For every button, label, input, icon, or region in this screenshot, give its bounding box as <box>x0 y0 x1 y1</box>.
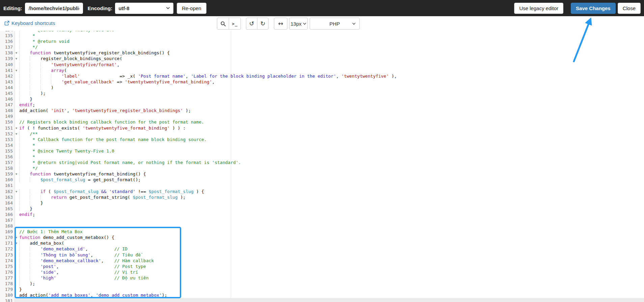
code-line[interactable]: if ( ! function_exists( 'twentytwentyfiv… <box>19 125 186 131</box>
line-number: 135 <box>0 33 13 38</box>
code-line[interactable]: * @return string|void Post format name, … <box>19 160 241 165</box>
code-token: if <box>19 126 25 131</box>
tab-indent <box>30 56 40 61</box>
code-token: function <box>30 50 51 55</box>
use-legacy-editor-button[interactable]: Use legacy editor <box>514 3 563 14</box>
fold-arrow-icon[interactable]: ▾ <box>16 56 19 61</box>
code-line[interactable]: ) <box>19 85 54 90</box>
code-line[interactable]: ); <box>19 281 35 286</box>
code-line[interactable]: 'high' // Độ ưu tiên <box>19 275 149 281</box>
tab-indent <box>40 62 51 67</box>
code-line[interactable]: register_block_bindings_source( <box>19 56 122 61</box>
fold-arrow-icon[interactable]: ▾ <box>16 189 19 194</box>
code-line[interactable]: */ <box>19 44 38 50</box>
code-line[interactable]: } <box>19 286 22 292</box>
code-line[interactable]: function demo_add_custom_metabox() { <box>19 235 114 240</box>
font-size-select[interactable]: 13px <box>289 18 308 30</box>
code-line[interactable]: 'demo_metabox_callback', // Hàm callback <box>19 258 154 264</box>
code-line[interactable]: ); <box>19 90 46 96</box>
code-line[interactable]: } <box>19 200 43 206</box>
line-number: 153 <box>0 137 13 142</box>
undo-button[interactable]: ↺ <box>246 18 257 30</box>
code-token: * Callback function for the post format … <box>30 137 206 142</box>
code-line[interactable]: endif; <box>19 102 35 108</box>
tab-indent <box>19 281 30 286</box>
code-token: * <box>30 33 35 38</box>
code-line[interactable]: */ <box>19 165 38 171</box>
code-token: 'twentytwentyfive_format_binding' <box>125 79 212 84</box>
tab-indent <box>19 195 30 200</box>
code-line[interactable]: * <box>19 142 35 148</box>
code-line[interactable]: 'post', // Post type <box>19 264 146 269</box>
code-line[interactable]: endif; <box>19 212 35 217</box>
code-line[interactable]: function twentytwentyfive_format_binding… <box>19 171 146 177</box>
fold-arrow-icon[interactable]: ▾ <box>16 67 19 73</box>
code-line[interactable]: * <box>19 33 35 38</box>
keyboard-shortcuts-link[interactable]: Keyboard shortcuts <box>4 20 55 26</box>
code-line[interactable]: $post_format_slug = get_post_format(); <box>19 177 141 183</box>
code-line[interactable]: 'get_value_callback' => 'twentytwentyfiv… <box>19 79 215 85</box>
code-token: } <box>30 206 32 211</box>
encoding-select[interactable]: utf-8 <box>115 3 173 14</box>
code-line[interactable]: 'label' => _x( 'Post format name', 'Labe… <box>19 73 397 79</box>
code-line[interactable]: // Registers block binding callback func… <box>19 119 204 125</box>
close-button[interactable]: Close <box>618 3 641 14</box>
code-lines[interactable]: * @since Twenty Twenty-Five 1.0 * * @ret… <box>19 31 644 302</box>
code-line[interactable]: * @since Twenty Twenty-Five 1.0 <box>19 148 114 154</box>
code-line[interactable]: * <box>19 154 35 160</box>
fold-arrow-icon[interactable]: ▾ <box>16 171 19 177</box>
horizontal-scrollbar[interactable] <box>15 298 644 302</box>
fold-arrow-icon[interactable]: ▾ <box>16 125 19 131</box>
search-button[interactable] <box>217 18 229 30</box>
terminal-icon: >_ <box>232 21 238 26</box>
code-line[interactable]: * Callback function for the post format … <box>19 137 207 142</box>
reopen-button[interactable]: Re-open <box>177 3 206 14</box>
undo-redo-group: ↺ ↻ <box>246 18 269 30</box>
code-token: $post_format_slug <box>149 189 194 194</box>
code-line[interactable]: return get_post_format_string( $post_for… <box>19 194 186 200</box>
code-line[interactable]: 'demo_metabox_id', // ID <box>19 246 128 252</box>
code-token: => _x( <box>80 74 138 79</box>
code-editor-area[interactable]: 1341351361371381391401411421431441451461… <box>0 31 644 302</box>
code-line[interactable]: if ( $post_format_slug && 'standard' !==… <box>19 189 204 194</box>
file-path-input[interactable] <box>25 3 83 14</box>
code-token: ( <box>64 68 67 73</box>
fold-arrow-icon[interactable]: ▾ <box>16 50 19 56</box>
search-icon <box>220 21 226 27</box>
code-token: 'post' <box>40 264 56 269</box>
fold-arrow-icon[interactable]: ▾ <box>16 235 19 240</box>
code-line[interactable]: add_meta_box( <box>19 240 64 246</box>
code-token: array <box>51 68 64 73</box>
code-line[interactable]: 'twentytwentyfive/format', <box>19 62 119 67</box>
toggle-width-button[interactable]: ↔ <box>274 18 287 30</box>
code-token: endif <box>19 102 32 107</box>
code-line[interactable]: 'side', // Vị trí <box>19 269 138 275</box>
save-changes-button[interactable]: Save Changes <box>571 3 616 14</box>
tab-indent <box>30 68 40 73</box>
code-line[interactable]: array( <box>19 67 67 73</box>
redo-button[interactable]: ↻ <box>257 18 269 30</box>
code-editor-window: Editing: Encoding: utf-8 Re-open Use leg… <box>0 0 644 302</box>
line-number: 162 <box>0 189 13 194</box>
editor-top-bar: Editing: Encoding: utf-8 Re-open Use leg… <box>0 0 644 16</box>
editor-sub-bar: Keyboard shortcuts >_ ↺ <box>0 16 644 31</box>
code-line[interactable]: add_action( 'init', 'twentytwentyfive_re… <box>19 108 191 113</box>
code-token: 'high' <box>40 275 56 280</box>
fold-arrow-icon[interactable]: ▾ <box>16 240 19 246</box>
terminal-button[interactable]: >_ <box>229 18 241 30</box>
tab-indent <box>30 195 40 200</box>
code-line[interactable]: function twentytwentyfive_register_block… <box>19 50 170 56</box>
code-line[interactable]: } <box>19 206 32 212</box>
tab-indent <box>19 246 30 251</box>
code-line[interactable]: /** <box>19 131 38 137</box>
chevron-down-icon <box>166 7 170 9</box>
code-token: return <box>51 195 67 200</box>
fold-arrow-icon[interactable]: ▾ <box>16 131 19 137</box>
code-line[interactable]: 'Thông tin bổ sung', // Tiêu đề <box>19 252 141 258</box>
line-number: 178 <box>0 281 13 286</box>
code-line[interactable]: } <box>19 96 32 102</box>
code-line[interactable]: * @return void <box>19 38 69 44</box>
syntax-mode-select[interactable]: PHP <box>310 18 360 30</box>
code-line[interactable]: // Bước 1: Thêm Meta Box <box>19 229 83 235</box>
code-line[interactable]: add_action('add_meta_boxes', 'demo_add_c… <box>19 292 167 298</box>
